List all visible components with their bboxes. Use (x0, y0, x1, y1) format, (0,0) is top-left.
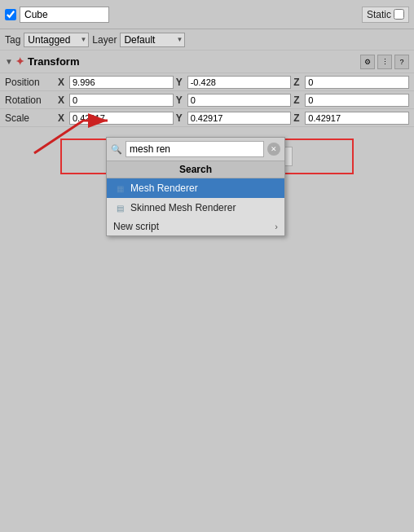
tag-layer-row: Tag Untagged ▼ Layer Default ▼ (0, 29, 414, 51)
position-xyz: X Y Z (58, 76, 409, 89)
new-script-chevron-icon: › (275, 222, 278, 231)
top-bar: Static (0, 0, 414, 29)
transform-more-icon[interactable]: ⋮ (377, 55, 392, 69)
position-z-input[interactable] (305, 76, 409, 89)
static-toggle[interactable]: Static (362, 7, 409, 23)
gameobject-active-toggle[interactable] (5, 7, 109, 23)
scale-label: Scale (5, 112, 58, 124)
position-x-label: X (58, 77, 68, 88)
position-y-label: Y (176, 77, 186, 88)
rotation-x-item: X (58, 94, 174, 107)
position-x-input[interactable] (69, 76, 174, 89)
search-icon: 🔍 (111, 144, 122, 155)
position-y-item: Y (176, 76, 292, 89)
scale-x-label: X (58, 112, 68, 124)
skinned-mesh-renderer-icon: ▤ (113, 201, 126, 214)
transform-header: ▼ ✦ Transform ⚙ ⋮ ? (0, 51, 414, 73)
rotation-x-label: X (58, 95, 68, 106)
search-input[interactable] (126, 141, 264, 157)
mesh-renderer-label: Mesh Renderer (130, 182, 198, 194)
rotation-y-input[interactable] (187, 94, 292, 107)
position-z-label: Z (293, 77, 303, 88)
result-mesh-renderer[interactable]: ▦ Mesh Renderer (107, 178, 284, 198)
scale-x-input[interactable] (69, 112, 174, 125)
rotation-z-label: Z (293, 95, 303, 106)
scale-y-item: Y (176, 112, 292, 125)
scale-z-label: Z (293, 112, 303, 124)
rotation-xyz: X Y Z (58, 94, 409, 107)
clear-search-button[interactable]: ✕ (267, 143, 280, 156)
rotation-z-item: Z (293, 94, 409, 107)
search-header: Search (107, 161, 284, 178)
transform-rows: Position X Y Z Rotation X Y (0, 73, 414, 127)
transform-title: Transform (28, 55, 360, 68)
scale-z-input[interactable] (305, 112, 409, 125)
scale-z-item: Z (293, 112, 409, 125)
layer-dropdown[interactable]: Default (120, 33, 185, 47)
search-row: 🔍 ✕ (107, 138, 284, 161)
result-skinned-mesh-renderer[interactable]: ▤ Skinned Mesh Renderer (107, 198, 284, 218)
transform-header-icons: ⚙ ⋮ ? (360, 55, 409, 69)
rotation-z-input[interactable] (305, 94, 409, 107)
position-z-item: Z (293, 76, 409, 89)
position-label: Position (5, 77, 58, 88)
layer-dropdown-wrap[interactable]: Default ▼ (120, 33, 185, 47)
new-script-label: New script (113, 221, 159, 232)
active-checkbox[interactable] (5, 9, 16, 20)
rotation-y-label: Y (176, 95, 186, 106)
transform-icon: ✦ (15, 55, 24, 68)
layer-label: Layer (92, 34, 117, 46)
scale-x-item: X (58, 112, 174, 125)
position-x-item: X (58, 76, 174, 89)
tag-label: Tag (5, 34, 20, 46)
gameobject-name-input[interactable] (20, 7, 109, 23)
scale-xyz: X Y Z (58, 112, 409, 125)
position-y-input[interactable] (187, 76, 292, 89)
position-row: Position X Y Z (0, 73, 414, 91)
rotation-label: Rotation (5, 95, 58, 106)
skinned-mesh-renderer-label: Skinned Mesh Renderer (130, 202, 236, 213)
rotation-y-item: Y (176, 94, 292, 107)
tag-dropdown[interactable]: Untagged (24, 33, 89, 47)
rotation-row: Rotation X Y Z (0, 91, 414, 109)
mesh-renderer-icon: ▦ (113, 182, 126, 195)
scale-y-input[interactable] (187, 112, 292, 125)
transform-collapse-icon[interactable]: ▼ (5, 57, 13, 66)
new-script-row[interactable]: New script › (107, 218, 284, 235)
static-checkbox[interactable] (394, 9, 404, 20)
transform-help-icon[interactable]: ? (394, 55, 409, 69)
rotation-x-input[interactable] (69, 94, 174, 107)
transform-settings-icon[interactable]: ⚙ (360, 55, 375, 69)
static-label: Static (367, 9, 391, 20)
tag-dropdown-wrap[interactable]: Untagged ▼ (24, 33, 89, 47)
scale-y-label: Y (176, 112, 186, 124)
scale-row: Scale X Y Z (0, 109, 414, 127)
component-search-dropdown: 🔍 ✕ Search ▦ Mesh Renderer ▤ Skinned Mes… (106, 137, 285, 236)
